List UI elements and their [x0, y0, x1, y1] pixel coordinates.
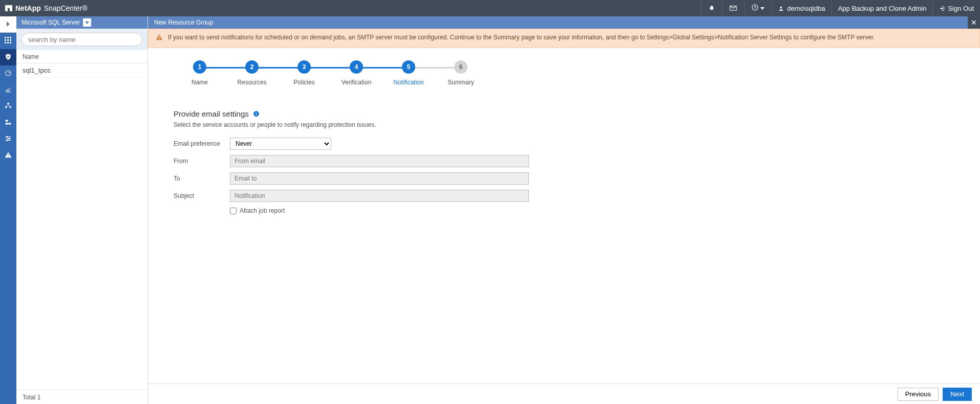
- svg-rect-14: [5, 106, 7, 108]
- next-button[interactable]: Next: [943, 388, 972, 401]
- step-label: Name: [191, 79, 208, 86]
- step-number: 5: [402, 60, 415, 74]
- svg-rect-10: [7, 42, 9, 43]
- chevron-down-icon: [760, 7, 764, 10]
- resource-search-wrap: [16, 29, 147, 50]
- chart-icon: [5, 86, 12, 95]
- wizard-footer: Previous Next: [148, 384, 980, 404]
- help-icon: ?: [752, 4, 758, 12]
- resource-panel: Microsoft SQL Server Name sql1_tpcc Tota…: [16, 16, 148, 404]
- topbar: NetApp SnapCenter® ? demo\sqldba App Bac…: [0, 0, 980, 16]
- brand: NetApp SnapCenter®: [0, 4, 93, 12]
- rail-storage[interactable]: [0, 115, 16, 131]
- role-label-item[interactable]: App Backup and Clone Admin: [832, 0, 933, 16]
- col-name-label: Name: [23, 53, 39, 60]
- email-pref-select[interactable]: Never: [230, 138, 331, 150]
- alert-text: If you want to send notifications for sc…: [168, 33, 875, 43]
- warning-icon: [156, 34, 163, 43]
- step-summary[interactable]: 6 Summary: [435, 60, 487, 86]
- help-button[interactable]: ?: [744, 0, 772, 16]
- svg-rect-25: [159, 39, 159, 39]
- email-pref-label: Email preference: [174, 140, 230, 147]
- role-label: App Backup and Clone Admin: [838, 5, 927, 12]
- svg-rect-24: [159, 36, 159, 38]
- page-title: New Resource Group: [154, 19, 213, 26]
- step-resources[interactable]: 2 Resources: [226, 60, 278, 86]
- brand-app: SnapCenter®: [44, 4, 88, 12]
- svg-rect-4: [7, 37, 9, 38]
- plugin-label: Microsoft SQL Server: [22, 19, 80, 26]
- step-notification[interactable]: 5 Notification: [382, 60, 435, 86]
- svg-point-2: [780, 6, 782, 8]
- signout-icon: [939, 6, 945, 11]
- svg-rect-9: [5, 42, 6, 43]
- rail-expand-button[interactable]: [0, 16, 16, 33]
- close-button[interactable]: ✕: [968, 16, 980, 29]
- notifications-button[interactable]: [701, 0, 722, 16]
- step-verification[interactable]: 4 Verification: [330, 60, 382, 86]
- info-icon[interactable]: [253, 110, 260, 117]
- rail-resources[interactable]: [0, 49, 16, 65]
- netapp-logo-icon: [5, 5, 12, 11]
- step-number: 6: [454, 60, 467, 74]
- smtp-alert: If you want to send notifications for sc…: [148, 29, 980, 48]
- attach-report-check[interactable]: Attach job report: [230, 207, 285, 214]
- bell-icon: [709, 5, 715, 12]
- svg-rect-11: [10, 42, 11, 43]
- attach-report-checkbox[interactable]: [230, 208, 237, 214]
- main-content: New Resource Group ✕ If you want to send…: [148, 16, 980, 404]
- storage-icon: [5, 119, 12, 127]
- svg-rect-13: [7, 103, 9, 104]
- svg-point-19: [7, 136, 8, 137]
- signout-label: Sign Out: [948, 5, 974, 12]
- rail-hosts[interactable]: [0, 98, 16, 115]
- section-subtitle: Select the service accounts or people to…: [174, 121, 634, 128]
- sliders-icon: [5, 135, 12, 144]
- svg-rect-5: [10, 37, 11, 38]
- search-input[interactable]: [22, 33, 142, 46]
- plugin-dropdown-button[interactable]: [83, 18, 91, 27]
- svg-rect-17: [9, 123, 11, 125]
- grid-icon: [5, 37, 12, 46]
- gauge-icon: [5, 70, 12, 78]
- step-number: 1: [193, 60, 206, 74]
- to-input[interactable]: [230, 172, 529, 185]
- rail-alerts[interactable]: [0, 147, 16, 164]
- resource-row[interactable]: sql1_tpcc: [16, 63, 147, 78]
- to-label: To: [174, 175, 230, 182]
- from-input[interactable]: [230, 155, 529, 167]
- chevron-right-icon: [6, 20, 10, 28]
- svg-rect-6: [5, 39, 6, 41]
- warning-icon: [5, 151, 12, 160]
- svg-point-20: [9, 138, 10, 139]
- rail-monitor[interactable]: [0, 65, 16, 82]
- rail-settings[interactable]: [0, 131, 16, 147]
- plugin-selector[interactable]: Microsoft SQL Server: [16, 16, 147, 29]
- step-policies[interactable]: 3 Policies: [278, 60, 330, 86]
- section-title: Provide email settings: [174, 109, 249, 118]
- signout-button[interactable]: Sign Out: [932, 0, 980, 16]
- step-label: Notification: [393, 79, 423, 86]
- svg-rect-16: [6, 120, 8, 122]
- rail-reports[interactable]: [0, 82, 16, 98]
- attach-report-label: Attach job report: [240, 207, 285, 214]
- close-icon: ✕: [971, 18, 977, 27]
- step-label: Summary: [448, 79, 474, 86]
- svg-rect-28: [256, 113, 257, 113]
- step-label: Verification: [342, 79, 372, 86]
- user-label: demo\sqldba: [787, 5, 825, 12]
- step-number: 2: [245, 60, 259, 74]
- rail-dashboard[interactable]: [0, 33, 16, 49]
- step-label: Resources: [237, 79, 266, 86]
- previous-button[interactable]: Previous: [898, 388, 939, 401]
- brand-company: NetApp: [15, 4, 41, 12]
- messages-button[interactable]: [722, 0, 744, 16]
- resource-footer: Total 1: [16, 390, 147, 404]
- resource-total: Total 1: [23, 394, 40, 401]
- user-menu[interactable]: demo\sqldba: [772, 0, 831, 16]
- svg-rect-3: [5, 37, 6, 38]
- subject-input[interactable]: [230, 190, 529, 202]
- section-title-row: Provide email settings: [174, 109, 634, 118]
- svg-rect-23: [8, 156, 8, 156]
- step-name[interactable]: 1 Name: [174, 60, 226, 86]
